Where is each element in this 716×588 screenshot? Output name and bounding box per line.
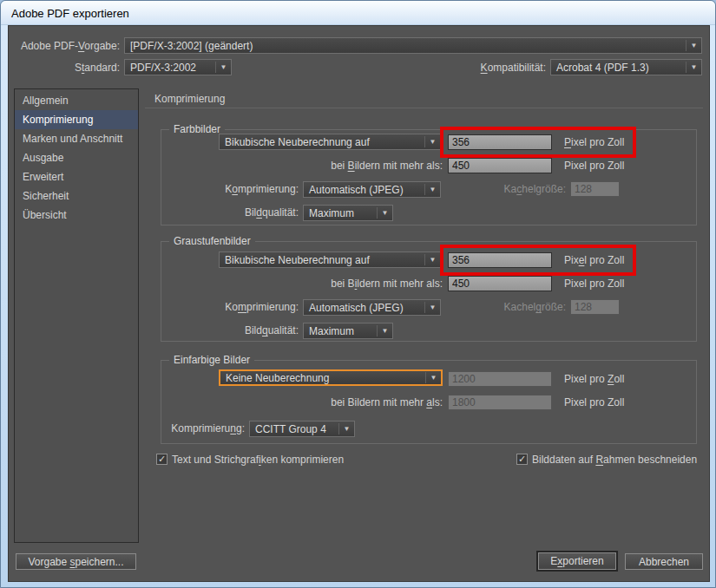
chevron-down-icon: ▼ [686, 63, 701, 71]
color-compression-label: Komprimierung: [168, 183, 299, 195]
sidebar-item-allgemein[interactable]: Allgemein [15, 91, 138, 110]
dialog-body: Adobe PDF-Vorgabe: [PDF/X-3:2002] (geänd… [8, 25, 710, 582]
chevron-down-icon: ▼ [216, 63, 231, 71]
mono-compression-select[interactable]: CCITT Group 4 ▼ [249, 421, 355, 437]
compatibility-select-value: Acrobat 4 (PDF 1.3) [551, 62, 686, 74]
gray-quality-label: Bildqualität: [168, 324, 299, 336]
mono-threshold-unit-label: Pixel pro Zoll [564, 396, 624, 408]
mono-resolution-input [448, 371, 552, 387]
gray-quality-select[interactable]: Maximum ▼ [303, 323, 393, 339]
chevron-down-icon: ▼ [378, 209, 392, 217]
window-title: Adobe PDF exportieren [11, 7, 129, 20]
group-gray-images-legend: Graustufenbilder [169, 235, 255, 247]
save-preset-button[interactable]: Vorgabe speichern... [16, 553, 136, 570]
sidebar-item-marken-und-anschnitt[interactable]: Marken und Anschnitt [15, 129, 138, 148]
compatibility-select[interactable]: Acrobat 4 (PDF 1.3) ▼ [550, 59, 702, 75]
check-icon: ✓ [158, 454, 166, 464]
gray-resolution-unit-label: Pixel pro Zoll [564, 254, 624, 266]
checkbox-compress-text-label: Text und Strichgrafiken komprimieren [172, 454, 344, 466]
checkbox-crop-image-data-label: Bilddaten auf Rahmen beschneiden [532, 454, 697, 466]
gray-compression-label: Komprimierung: [168, 301, 299, 313]
gray-threshold-label: bei Bildern mit mehr als: [262, 278, 443, 290]
mono-threshold-input [448, 395, 552, 410]
chevron-down-icon: ▼ [426, 374, 441, 382]
color-compression-select[interactable]: Automatisch (JPEG) ▼ [303, 181, 441, 198]
color-tile-size-label: Kachelgröße: [436, 183, 566, 195]
chevron-down-icon: ▼ [425, 138, 440, 146]
color-quality-label: Bildqualität: [168, 206, 299, 219]
standard-select[interactable]: PDF/X-3:2002 ▼ [124, 59, 232, 75]
check-icon: ✓ [518, 454, 526, 464]
color-resolution-input[interactable] [448, 134, 552, 150]
sidebar-item-sicherheit[interactable]: Sicherheit [15, 186, 138, 206]
gray-resample-select[interactable]: Bikubische Neuberechnung auf ▼ [219, 252, 441, 268]
gray-resolution-input[interactable] [448, 252, 552, 268]
chevron-down-icon: ▼ [339, 425, 354, 433]
compatibility-label: Kompatibilität: [431, 62, 546, 74]
color-resample-select[interactable]: Bikubische Neuberechnung auf ▼ [219, 134, 441, 150]
preset-label: Adobe PDF-Vorgabe: [16, 40, 120, 52]
sidebar-item-komprimierung[interactable]: Komprimierung [15, 110, 138, 129]
color-threshold-input[interactable] [448, 158, 552, 173]
standard-label: Standard: [16, 62, 120, 74]
heading-divider [145, 108, 703, 108]
gray-tile-size-input [570, 299, 620, 315]
export-pdf-window: Adobe PDF exportieren Adobe PDF-Vorgabe:… [0, 0, 716, 588]
export-button[interactable]: Exportieren [538, 552, 616, 570]
standard-select-value: PDF/X-3:2002 [125, 62, 215, 74]
sidebar-item-ausgabe[interactable]: Ausgabe [15, 148, 138, 167]
color-quality-select[interactable]: Maximum ▼ [303, 205, 393, 221]
mono-threshold-label: bei Bildern mit mehr als: [262, 396, 443, 408]
gray-tile-size-label: Kachelgröße: [436, 301, 566, 313]
sidebar-item-uebersicht[interactable]: Übersicht [15, 206, 138, 225]
gray-compression-select[interactable]: Automatisch (JPEG) ▼ [303, 299, 441, 316]
mono-resolution-unit-label: Pixel pro Zoll [564, 373, 624, 385]
page-title: Komprimierung [154, 93, 225, 105]
color-threshold-label: bei Bildern mit mehr als: [262, 160, 443, 172]
checkbox-crop-image-data[interactable]: ✓ [516, 454, 528, 465]
color-resolution-unit-label: Pixel pro Zoll [564, 136, 624, 148]
color-threshold-unit-label: Pixel pro Zoll [564, 160, 624, 172]
chevron-down-icon: ▼ [425, 256, 440, 264]
preset-select[interactable]: [PDF/X-3:2002] (geändert) ▼ [124, 37, 702, 54]
gray-threshold-input[interactable] [448, 276, 552, 291]
chevron-down-icon: ▼ [686, 42, 701, 49]
group-mono-images-legend: Einfarbige Bilder [169, 354, 254, 366]
sidebar-item-erweitert[interactable]: Erweitert [15, 167, 138, 186]
gray-threshold-unit-label: Pixel pro Zoll [564, 278, 624, 290]
group-color-images-legend: Farbbilder [169, 123, 225, 135]
mono-resample-select[interactable]: Keine Neuberechnung ▼ [219, 369, 443, 386]
mono-compression-label: Komprimierung: [115, 422, 245, 434]
sidebar: Allgemein Komprimierung Marken und Ansch… [14, 88, 139, 543]
color-tile-size-input [570, 181, 620, 197]
cancel-button[interactable]: Abbrechen [625, 553, 703, 570]
preset-select-value: [PDF/X-3:2002] (geändert) [125, 40, 686, 52]
checkbox-compress-text[interactable]: ✓ [156, 454, 168, 465]
title-bar[interactable]: Adobe PDF exportieren [1, 1, 715, 25]
chevron-down-icon: ▼ [378, 327, 392, 335]
